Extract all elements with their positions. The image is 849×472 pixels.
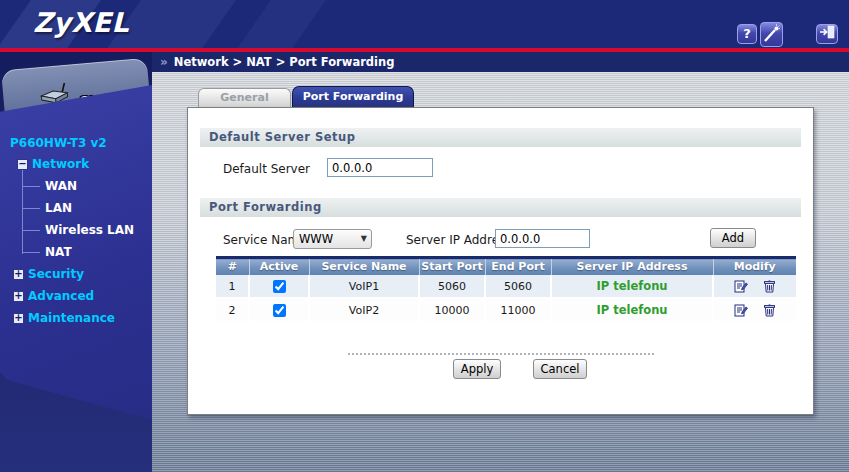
main-panel: Default Server Setup Default Server Port… [187,107,814,415]
tree-line [23,230,40,231]
server-ip-input[interactable] [495,229,590,248]
table-row: 2 VoIP2 10000 11000 IP telefonu [216,298,796,322]
service-name-select[interactable]: WWW ▼ [293,229,372,249]
tree-line [23,208,40,209]
cell-server-ip: IP telefonu [551,298,713,322]
col-header-end-port: End Port [485,258,551,276]
sidebar-item-lan[interactable]: LAN [45,200,72,216]
service-name-selected: WWW [299,232,333,246]
cell-service: VoIP1 [309,275,419,298]
edit-icon[interactable] [734,303,748,317]
sidebar-item-wireless-lan[interactable]: Wireless LAN [45,222,134,238]
delete-icon[interactable] [763,279,776,293]
cell-start-port: 5060 [419,275,485,298]
sidebar-item-security[interactable]: Security [28,266,84,282]
cell-num: 1 [216,275,249,298]
cell-num: 2 [216,298,249,322]
cancel-button[interactable]: Cancel [533,359,587,379]
tab-port-forwarding[interactable]: Port Forwarding [292,86,414,107]
separator [348,353,654,355]
breadcrumb-icon: » [160,55,168,69]
cell-service: VoIP2 [309,298,419,322]
cell-end-port: 5060 [485,275,551,298]
logout-icon[interactable] [816,24,838,44]
cell-modify [713,275,796,298]
sidebar-item-network[interactable]: Network [32,156,89,172]
wizard-icon[interactable] [760,22,783,47]
table-row: 1 VoIP1 5060 5060 IP telefonu [216,275,796,298]
apply-button[interactable]: Apply [453,359,501,379]
tree-line [23,252,40,253]
cell-start-port: 10000 [419,298,485,322]
delete-icon[interactable] [763,303,776,317]
col-header-start-port: Start Port [419,258,485,276]
top-banner: ZyXEL ? [0,0,849,48]
cell-server-ip: IP telefonu [551,275,713,298]
sidebar: Status P660HW-T3 v2 − Network WAN LAN Wi… [0,52,152,472]
section-header-default-server-setup: Default Server Setup [200,128,801,147]
breadcrumb-path: Network > NAT > Port Forwarding [174,55,395,69]
collapse-icon[interactable]: − [17,159,28,170]
section-header-port-forwarding: Port Forwarding [200,198,801,217]
col-header-modify: Modify [713,258,796,276]
zyxel-logo: ZyXEL [33,7,129,38]
tab-general[interactable]: General [198,88,291,107]
chevron-down-icon: ▼ [361,230,367,248]
default-server-input[interactable] [327,158,433,177]
port-forwarding-table: # Active Service Name Start Port End Por… [216,256,796,323]
sidebar-item-nat[interactable]: NAT [45,244,72,260]
table-header-row: # Active Service Name Start Port End Por… [216,258,796,276]
active-checkbox[interactable] [273,304,286,317]
cell-modify [713,298,796,322]
add-button[interactable]: Add [710,228,756,248]
tree-line [23,186,40,187]
tree-line [22,170,23,254]
breadcrumb: »Network > NAT > Port Forwarding [152,52,849,72]
help-icon[interactable]: ? [737,24,757,44]
expand-icon[interactable]: + [13,291,24,302]
expand-icon[interactable]: + [13,313,24,324]
logout-door-icon [819,25,835,39]
col-header-num: # [216,258,249,276]
default-server-label: Default Server [223,162,310,176]
device-name: P660HW-T3 v2 [10,136,107,150]
expand-icon[interactable]: + [13,269,24,280]
sidebar-item-advanced[interactable]: Advanced [28,288,94,304]
wand-icon [761,23,782,46]
col-header-service-name: Service Name [309,258,419,276]
sidebar-item-maintenance[interactable]: Maintenance [28,310,115,326]
cell-end-port: 11000 [485,298,551,322]
col-header-active: Active [249,258,309,276]
col-header-server-ip: Server IP Address [551,258,713,276]
edit-icon[interactable] [734,279,748,293]
active-checkbox[interactable] [273,280,286,293]
sidebar-item-wan[interactable]: WAN [45,178,77,194]
